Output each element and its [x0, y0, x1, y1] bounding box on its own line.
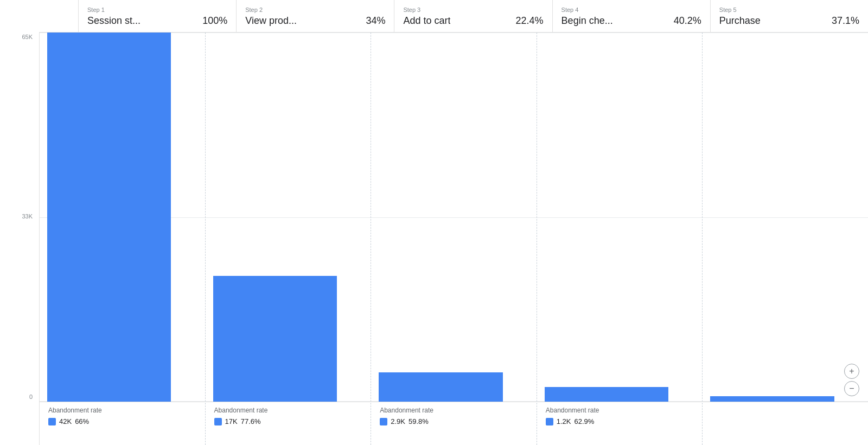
bars-area: Abandonment rate 42K 66% Abandonment rat…	[39, 33, 868, 445]
step-pct-2: 34%	[366, 15, 385, 27]
aband-count-1: 42K	[59, 417, 72, 425]
step-label-4: Step 4	[561, 7, 701, 13]
abandonment-label-3: Abandonment rate 2.9K 59.8%	[371, 402, 537, 445]
bar-1	[47, 33, 171, 402]
zoom-out-icon: −	[849, 384, 854, 394]
step-label-5: Step 5	[719, 7, 859, 13]
y-tick-33k: 33K	[22, 213, 33, 220]
zoom-controls: + −	[844, 364, 859, 396]
aband-count-2: 17K	[225, 417, 238, 425]
step-name-2: View prod...	[245, 15, 297, 27]
aband-pct-2: 77.6%	[241, 417, 261, 425]
step-name-3: Add to cart	[403, 15, 450, 27]
aband-title-4: Abandonment rate	[546, 407, 694, 414]
step-name-1: Session st...	[87, 15, 141, 27]
step-label-3: Step 3	[403, 7, 543, 13]
aband-pct-4: 62.9%	[575, 417, 595, 425]
step-header-5: Step 5 Purchase 37.1%	[710, 0, 868, 32]
step-column-4: Abandonment rate 1.2K 62.9%	[537, 33, 703, 445]
chart-area: 65K 33K 0 Abandonment rate 42K 66%	[0, 33, 868, 445]
abandonment-label-4: Abandonment rate 1.2K 62.9%	[537, 402, 703, 445]
step-name-4: Begin che...	[561, 15, 613, 27]
aband-swatch-1	[48, 418, 56, 425]
zoom-in-button[interactable]: +	[844, 364, 859, 379]
aband-swatch-2	[214, 418, 222, 425]
step-pct-3: 22.4%	[516, 15, 544, 27]
bar-4	[545, 387, 668, 402]
zoom-out-button[interactable]: −	[844, 381, 859, 396]
aband-pct-3: 59.8%	[409, 417, 429, 425]
step-header-3: Step 3 Add to cart 22.4%	[394, 0, 552, 32]
zoom-in-icon: +	[849, 366, 854, 376]
aband-swatch-3	[380, 418, 387, 425]
step-column-2: Abandonment rate 17K 77.6%	[206, 33, 372, 445]
aband-title-2: Abandonment rate	[214, 407, 362, 414]
steps-header: Step 1 Session st... 100% Step 2 View pr…	[39, 0, 868, 33]
y-axis: 65K 33K 0	[0, 33, 39, 445]
step-header-2: Step 2 View prod... 34%	[236, 0, 394, 32]
y-tick-0: 0	[29, 394, 33, 400]
step-pct-1: 100%	[202, 15, 227, 27]
step-column-1: Abandonment rate 42K 66%	[40, 33, 206, 445]
step-pct-4: 40.2%	[674, 15, 701, 27]
step-column-5	[703, 33, 868, 445]
aband-swatch-4	[546, 418, 553, 425]
step-pct-5: 37.1%	[832, 15, 859, 27]
aband-title-1: Abandonment rate	[48, 407, 196, 414]
bar-5	[710, 396, 834, 402]
abandonment-label-2: Abandonment rate 17K 77.6%	[206, 402, 371, 445]
abandonment-label-5	[703, 402, 868, 445]
step-label-1: Step 1	[87, 7, 227, 13]
bar-3	[379, 372, 502, 402]
aband-title-3: Abandonment rate	[380, 407, 528, 414]
y-tick-65k: 65K	[22, 34, 33, 40]
step-label-2: Step 2	[245, 7, 385, 13]
aband-count-4: 1.2K	[557, 417, 571, 425]
step-name-5: Purchase	[719, 15, 761, 27]
bar-2	[213, 276, 337, 402]
step-column-3: Abandonment rate 2.9K 59.8%	[371, 33, 537, 445]
step-header-4: Step 4 Begin che... 40.2%	[552, 0, 710, 32]
step-header-1: Step 1 Session st... 100%	[78, 0, 236, 32]
aband-count-3: 2.9K	[391, 417, 405, 425]
abandonment-label-1: Abandonment rate 42K 66%	[40, 402, 205, 445]
funnel-chart: Step 1 Session st... 100% Step 2 View pr…	[0, 0, 868, 445]
aband-pct-1: 66%	[75, 417, 89, 425]
